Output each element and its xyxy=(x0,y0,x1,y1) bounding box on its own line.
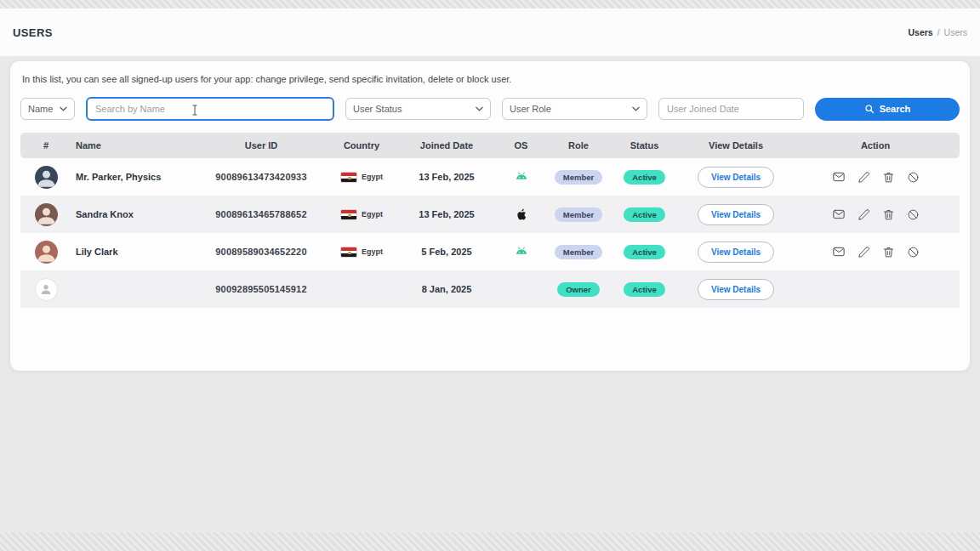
card-description: In this list, you can see all signed-up … xyxy=(22,74,960,84)
egypt-flag-icon xyxy=(340,209,357,220)
os-cell xyxy=(493,208,549,221)
role-cell: Owner xyxy=(549,282,608,297)
col-status: Status xyxy=(608,140,681,151)
avatar-cell xyxy=(20,203,71,226)
search-field-select-value: Name xyxy=(28,104,53,114)
role-badge: Owner xyxy=(557,282,600,297)
col-name: Name xyxy=(71,140,199,151)
egypt-flag-icon xyxy=(340,247,357,258)
status-badge: Active xyxy=(624,282,665,297)
joined-date: 13 Feb, 2025 xyxy=(400,209,493,219)
col-country: Country xyxy=(323,140,400,151)
actions-cell xyxy=(791,170,960,184)
search-button-label: Search xyxy=(880,104,911,114)
table-row: Mr. Parker, Physics 90089613473420933 Eg… xyxy=(20,158,960,196)
chevron-down-icon xyxy=(632,106,640,111)
joined-date: 13 Feb, 2025 xyxy=(400,172,493,182)
col-role: Role xyxy=(549,140,608,151)
filter-bar: Name User Status User Role xyxy=(20,97,960,121)
delete-icon[interactable] xyxy=(882,171,895,184)
user-role-select[interactable]: User Role xyxy=(502,98,647,120)
search-field-select[interactable]: Name xyxy=(20,98,75,120)
col-user-id: User ID xyxy=(199,140,323,151)
view-details-button[interactable]: View Details xyxy=(698,241,774,263)
breadcrumb-root[interactable]: Users xyxy=(908,27,932,37)
status-cell: Active xyxy=(608,207,681,222)
role-cell: Member xyxy=(549,170,608,185)
user-id: 90092895505145912 xyxy=(199,284,323,294)
email-icon[interactable] xyxy=(832,170,846,184)
status-badge: Active xyxy=(624,207,665,222)
edit-icon[interactable] xyxy=(858,171,870,184)
delete-icon[interactable] xyxy=(882,208,895,221)
country-cell: Egypt xyxy=(323,247,400,258)
search-button[interactable]: Search xyxy=(815,98,960,121)
role-badge: Member xyxy=(555,170,602,185)
user-status-select-value: User Status xyxy=(353,104,402,114)
avatar xyxy=(35,241,58,264)
joined-date: 8 Jan, 2025 xyxy=(400,284,493,294)
view-details-cell: View Details xyxy=(681,279,791,300)
block-icon[interactable] xyxy=(907,208,920,221)
search-input[interactable] xyxy=(86,97,334,121)
top-bar: USERS Users / Users xyxy=(0,9,980,56)
col-joined-date: Joined Date xyxy=(400,140,493,151)
magnifier-icon xyxy=(864,104,875,114)
block-icon[interactable] xyxy=(907,171,920,184)
search-input-wrap xyxy=(86,97,334,121)
avatar xyxy=(35,203,58,226)
email-icon[interactable] xyxy=(832,207,846,221)
breadcrumb-separator: / xyxy=(937,27,940,37)
view-details-button[interactable]: View Details xyxy=(698,279,774,300)
country-cell: Egypt xyxy=(323,172,400,183)
block-icon[interactable] xyxy=(907,246,920,258)
edit-icon[interactable] xyxy=(858,246,870,258)
col-index: # xyxy=(20,140,71,151)
user-role-select-value: User Role xyxy=(510,104,551,114)
joined-date-input[interactable] xyxy=(658,98,804,120)
breadcrumb-current: Users xyxy=(944,27,967,37)
edit-icon[interactable] xyxy=(858,208,870,221)
actions-cell xyxy=(791,245,960,258)
table-body: Mr. Parker, Physics 90089613473420933 Eg… xyxy=(20,158,960,308)
user-id: 90089589034652220 xyxy=(199,247,323,257)
table-row: 90092895505145912 8 Jan, 2025 Owner Acti… xyxy=(20,270,960,308)
user-id: 90089613473420933 xyxy=(199,172,323,182)
actions-cell xyxy=(791,207,960,221)
joined-date: 5 Feb, 2025 xyxy=(400,247,493,257)
view-details-button[interactable]: View Details xyxy=(698,167,774,188)
col-action: Action xyxy=(791,140,960,151)
user-name: Lily Clark xyxy=(71,247,199,257)
delete-icon[interactable] xyxy=(882,246,895,258)
table-row: Sandra Knox 90089613465788652 Egypt 13 F… xyxy=(20,196,960,233)
table-header: # Name User ID Country Joined Date OS Ro… xyxy=(20,133,960,158)
user-id: 90089613465788652 xyxy=(199,209,323,219)
country-cell: Egypt xyxy=(323,209,400,220)
email-icon[interactable] xyxy=(832,245,846,258)
os-cell xyxy=(493,247,549,257)
apple-icon xyxy=(516,208,527,221)
avatar xyxy=(35,166,58,189)
view-details-button[interactable]: View Details xyxy=(698,204,774,225)
chevron-down-icon xyxy=(60,106,67,111)
country-label: Egypt xyxy=(362,247,383,256)
role-cell: Member xyxy=(549,207,608,222)
status-badge: Active xyxy=(624,170,665,185)
user-status-select[interactable]: User Status xyxy=(345,98,491,120)
avatar-cell xyxy=(20,166,71,189)
os-cell xyxy=(493,172,549,182)
users-card: In this list, you can see all signed-up … xyxy=(10,61,970,371)
role-cell: Member xyxy=(549,245,608,259)
avatar-cell xyxy=(20,241,71,264)
status-badge: Active xyxy=(624,245,665,259)
view-details-cell: View Details xyxy=(681,167,791,188)
country-label: Egypt xyxy=(362,210,383,219)
country-label: Egypt xyxy=(362,173,383,181)
status-cell: Active xyxy=(608,245,681,259)
user-name: Mr. Parker, Physics xyxy=(71,172,199,182)
col-os: OS xyxy=(493,140,549,151)
avatar-placeholder xyxy=(35,278,58,301)
android-icon xyxy=(514,247,529,257)
table-row: Lily Clark 90089589034652220 Egypt 5 Feb… xyxy=(20,233,960,270)
role-badge: Member xyxy=(555,207,602,222)
